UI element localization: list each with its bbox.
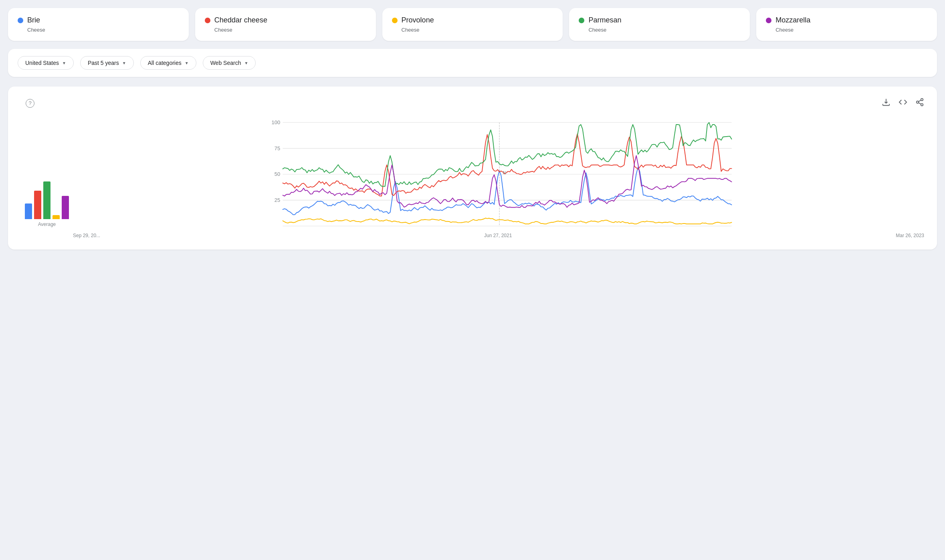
download-icon[interactable] xyxy=(882,98,890,109)
color-dot xyxy=(392,18,398,23)
x-label: Mar 26, 2023 xyxy=(896,233,924,238)
avg-bar xyxy=(34,191,41,220)
search-card-sub: Cheese xyxy=(766,27,927,33)
svg-text:50: 50 xyxy=(275,171,280,177)
svg-point-2 xyxy=(921,104,923,106)
search-card-parmesan[interactable]: Parmesan Cheese xyxy=(569,8,750,41)
color-dot xyxy=(205,18,210,23)
chart-card: ? Average 255075100N Sep 29, 20...Jun 27… xyxy=(8,87,937,250)
chart-body: Average 255075100N Sep 29, 20...Jun 27, … xyxy=(21,118,924,238)
filter-label: Web Search xyxy=(210,60,241,66)
filter-time[interactable]: Past 5 years▼ xyxy=(80,56,134,70)
chart-header: ? xyxy=(21,98,924,109)
avg-bar xyxy=(43,181,50,219)
x-label: Sep 29, 20... xyxy=(73,233,100,238)
search-card-sub: Cheese xyxy=(579,27,740,33)
search-card-name: Brie xyxy=(18,16,179,24)
filter-region[interactable]: United States▼ xyxy=(18,56,74,70)
search-card-name: Mozzarella xyxy=(766,16,927,24)
search-card-cheddar[interactable]: Cheddar cheese Cheese xyxy=(195,8,376,41)
main-chart: 255075100N Sep 29, 20...Jun 27, 2021Mar … xyxy=(73,118,924,238)
search-term: Cheddar cheese xyxy=(214,16,267,24)
search-term: Brie xyxy=(27,16,40,24)
svg-line-4 xyxy=(919,100,921,102)
search-card-name: Parmesan xyxy=(579,16,740,24)
svg-point-0 xyxy=(921,99,923,101)
search-card-name: Provolone xyxy=(392,16,553,24)
avg-bar xyxy=(62,196,69,220)
search-card-provolone[interactable]: Provolone Cheese xyxy=(382,8,563,41)
embed-icon[interactable] xyxy=(899,98,907,109)
svg-text:25: 25 xyxy=(275,197,280,203)
chart-svg: 255075100N xyxy=(73,118,924,230)
avg-bar xyxy=(52,215,60,219)
x-label: Jun 27, 2021 xyxy=(484,233,512,238)
avg-label: Average xyxy=(38,222,56,227)
color-dot xyxy=(766,18,771,23)
avg-section: Average xyxy=(21,118,73,238)
chart-title-row: ? xyxy=(21,99,34,108)
chart-actions xyxy=(882,98,924,109)
search-term: Mozzarella xyxy=(775,16,810,24)
search-card-name: Cheddar cheese xyxy=(205,16,366,24)
filter-label: All categories xyxy=(148,60,182,66)
filter-type[interactable]: Web Search▼ xyxy=(203,56,256,70)
svg-text:100: 100 xyxy=(272,119,281,125)
filter-label: United States xyxy=(25,60,59,66)
search-card-sub: Cheese xyxy=(205,27,366,33)
search-card-mozzarella[interactable]: Mozzarella Cheese xyxy=(756,8,937,41)
search-card-brie[interactable]: Brie Cheese xyxy=(8,8,189,41)
svg-point-1 xyxy=(917,101,919,103)
chevron-down-icon: ▼ xyxy=(244,61,248,65)
search-card-sub: Cheese xyxy=(18,27,179,33)
color-dot xyxy=(579,18,584,23)
chevron-down-icon: ▼ xyxy=(62,61,66,65)
filters-bar: United States▼Past 5 years▼All categorie… xyxy=(8,49,937,77)
search-term: Parmesan xyxy=(588,16,621,24)
help-icon[interactable]: ? xyxy=(26,99,34,108)
filter-label: Past 5 years xyxy=(88,60,119,66)
share-icon[interactable] xyxy=(915,98,924,109)
search-cards-container: Brie Cheese Cheddar cheese Cheese Provol… xyxy=(8,8,937,41)
svg-text:N: N xyxy=(503,170,507,175)
color-dot xyxy=(18,18,23,23)
search-term: Provolone xyxy=(402,16,434,24)
chevron-down-icon: ▼ xyxy=(185,61,189,65)
filter-category[interactable]: All categories▼ xyxy=(140,56,196,70)
search-card-sub: Cheese xyxy=(392,27,553,33)
avg-bar xyxy=(25,203,32,219)
avg-bars xyxy=(25,163,69,219)
svg-text:75: 75 xyxy=(275,145,280,151)
svg-line-3 xyxy=(919,103,921,104)
chevron-down-icon: ▼ xyxy=(122,61,126,65)
x-labels: Sep 29, 20...Jun 27, 2021Mar 26, 2023 xyxy=(73,230,924,238)
